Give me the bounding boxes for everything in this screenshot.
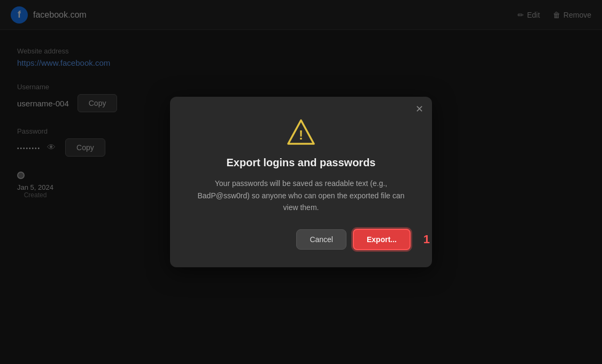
cancel-button[interactable]: Cancel [296, 229, 346, 250]
svg-text:!: ! [299, 128, 303, 142]
modal-title: Export logins and passwords [191, 157, 411, 169]
modal-warning-icon: ! [191, 118, 411, 148]
modal-overlay: ✕ ! Export logins and passwords Your pas… [0, 0, 602, 364]
export-modal: ✕ ! Export logins and passwords Your pas… [170, 97, 432, 267]
modal-actions: Cancel Export... 1 [191, 229, 411, 250]
warning-triangle-svg: ! [287, 118, 315, 146]
export-wrapper: Export... 1 [353, 229, 411, 250]
step-annotation: 1 [423, 233, 430, 246]
close-icon: ✕ [415, 104, 423, 114]
modal-close-button[interactable]: ✕ [415, 104, 423, 114]
export-button[interactable]: Export... [353, 229, 411, 250]
modal-body: Your passwords will be saved as readable… [191, 177, 411, 213]
